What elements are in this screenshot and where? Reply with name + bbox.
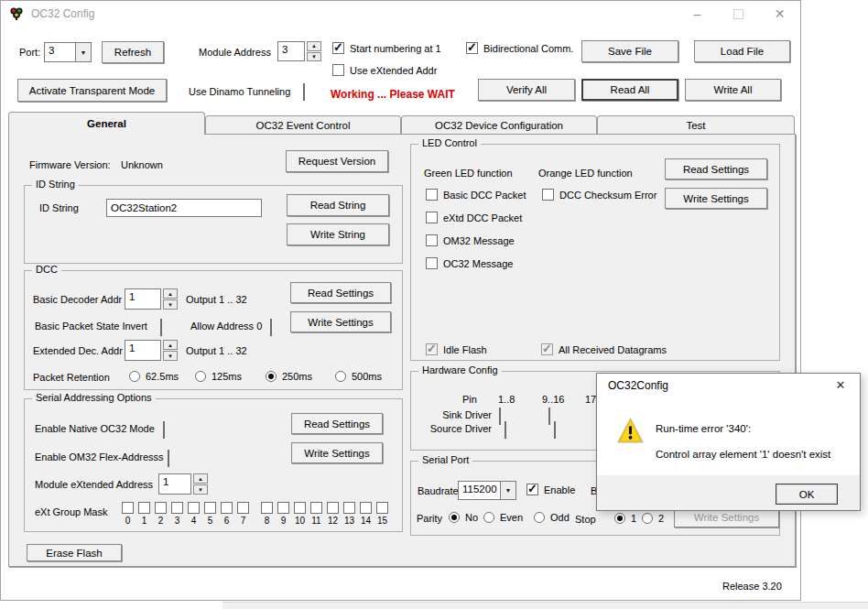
mask-bit[interactable]: 7 [237,502,249,526]
dcc-write-settings-button[interactable]: Write Settings [290,311,391,332]
checkbox-box[interactable] [261,502,273,514]
source-driver-1-8-checkbox[interactable] [505,421,506,439]
checkbox-box[interactable] [327,502,339,514]
tab-general[interactable]: General [8,112,205,135]
om32-message-checkbox[interactable]: OM32 Message [426,234,515,246]
checkbox-box[interactable] [237,502,249,514]
spin-up-icon[interactable]: ▲ [163,340,178,350]
write-all-button[interactable]: Write All [685,79,781,101]
mask-bit[interactable]: 8 [261,502,273,526]
oc32-message-checkbox[interactable]: OC32 Message [426,257,513,269]
parity-even-radio[interactable]: Even [483,512,523,523]
ok-button[interactable]: OK [776,484,838,505]
checkbox-box[interactable] [426,343,438,355]
basic-packet-invert-checkbox[interactable] [160,319,162,336]
write-string-button[interactable]: Write String [287,223,389,245]
mask-bit[interactable]: 1 [138,502,150,526]
save-file-button[interactable]: Save File [581,40,678,62]
sa-read-settings-button[interactable]: Read Settings [291,413,383,434]
native-oc32-mode-checkbox[interactable] [163,421,165,439]
parity-odd-radio[interactable]: Odd [534,512,570,523]
retention-125-radio[interactable]: 125ms [195,371,242,382]
led-read-settings-button[interactable]: Read Settings [665,158,767,179]
read-string-button[interactable]: Read String [287,194,389,216]
checkbox-box[interactable] [138,502,150,514]
checkbox-box[interactable] [526,484,538,495]
checkbox-box[interactable] [171,502,183,514]
read-all-button[interactable]: Read All [581,79,678,101]
checkbox-box[interactable] [541,343,553,355]
checkbox-box[interactable] [188,502,200,514]
mask-bit[interactable]: 14 [360,502,372,526]
bidirectional-checkbox[interactable]: Bidirectional Comm. [466,42,573,54]
dcc-read-settings-button[interactable]: Read Settings [290,282,391,303]
extended-dec-addr-stepper[interactable]: 1 ▲▼ [125,340,178,361]
source-driver-9-16-checkbox[interactable] [554,421,556,439]
checkbox-box[interactable] [426,212,438,223]
checkbox-box[interactable] [426,189,438,201]
radio-circle[interactable] [335,371,346,382]
tab-oc32-device-configuration[interactable]: OC32 Device Configuration [401,115,597,134]
mask-bit[interactable]: 15 [376,502,388,526]
checkbox-box[interactable] [204,502,216,514]
verify-all-button[interactable]: Verify All [478,79,575,101]
checkbox-box[interactable] [310,502,322,514]
mask-bit[interactable]: 3 [171,502,183,526]
spin-up-icon[interactable]: ▲ [193,473,208,484]
radio-circle[interactable] [642,513,653,524]
request-version-button[interactable]: Request Version [286,150,388,172]
radio-circle[interactable] [534,512,545,523]
radio-circle[interactable] [449,512,460,523]
basic-dcc-packet-checkbox[interactable]: Basic DCC Packet [426,189,526,201]
activate-transparent-mode-button[interactable]: Activate Transparent Mode [17,79,167,102]
radio-circle[interactable] [129,371,140,382]
port-combobox[interactable]: 3 ▼ [44,42,92,62]
basic-decoder-addr-stepper[interactable]: 1 ▲▼ [125,288,178,310]
radio-circle[interactable] [614,513,625,524]
allow-address-0-checkbox[interactable] [270,319,272,336]
chevron-down-icon[interactable]: ▼ [500,482,515,499]
minimize-button[interactable]: – [677,1,718,27]
sink-driver-1-8-checkbox[interactable] [499,408,501,425]
checkbox-box[interactable] [343,502,355,514]
extd-dcc-packet-checkbox[interactable]: eXtd DCC Packet [426,212,522,223]
maximize-button[interactable] [718,1,759,27]
spin-up-icon[interactable]: ▲ [163,288,178,299]
led-write-settings-button[interactable]: Write Settings [665,188,767,209]
tab-test[interactable]: Test [597,115,795,134]
all-received-datagrams-checkbox[interactable]: All Received Datagrams [541,343,667,355]
use-extended-addr-checkbox[interactable]: Use eXtended Addr [332,64,437,76]
mask-bit[interactable]: 12 [327,502,339,526]
retention-62-radio[interactable]: 62.5ms [129,371,179,382]
mask-bit[interactable]: 11 [310,502,322,526]
mask-bit[interactable]: 2 [155,502,167,526]
spin-down-icon[interactable]: ▼ [193,484,208,495]
id-string-input[interactable] [106,199,262,217]
serial-enable-checkbox[interactable]: Enable [526,484,575,495]
checkbox-box[interactable] [426,234,438,246]
radio-circle[interactable] [266,371,277,382]
sink-driver-9-16-checkbox[interactable] [548,408,550,425]
checkbox-box[interactable] [542,189,554,201]
parity-no-radio[interactable]: No [449,512,478,523]
baudrate-combobox[interactable]: 115200 ▼ [458,481,516,500]
checkbox-box[interactable] [466,42,478,54]
mask-bit[interactable]: 10 [294,502,306,526]
retention-500-radio[interactable]: 500ms [335,371,382,382]
load-file-button[interactable]: Load File [694,40,790,62]
checkbox-box[interactable] [155,502,167,514]
module-extended-address-stepper[interactable]: 1 ▲▼ [158,473,208,495]
stop-1-radio[interactable]: 1 [614,513,636,524]
retention-250-radio[interactable]: 250ms [266,371,312,382]
stop-2-radio[interactable]: 2 [642,513,664,524]
om32-flex-address-checkbox[interactable] [168,450,169,467]
checkbox-box[interactable] [332,42,344,54]
checkbox-box[interactable] [360,502,372,514]
use-dinamo-checkbox[interactable] [303,83,305,101]
spin-down-icon[interactable]: ▼ [163,351,178,361]
checkbox-box[interactable] [277,502,289,514]
checkbox-box[interactable] [221,502,233,514]
checkbox-box[interactable] [376,502,388,514]
mask-bit[interactable]: 13 [343,502,355,526]
radio-circle[interactable] [483,512,494,523]
